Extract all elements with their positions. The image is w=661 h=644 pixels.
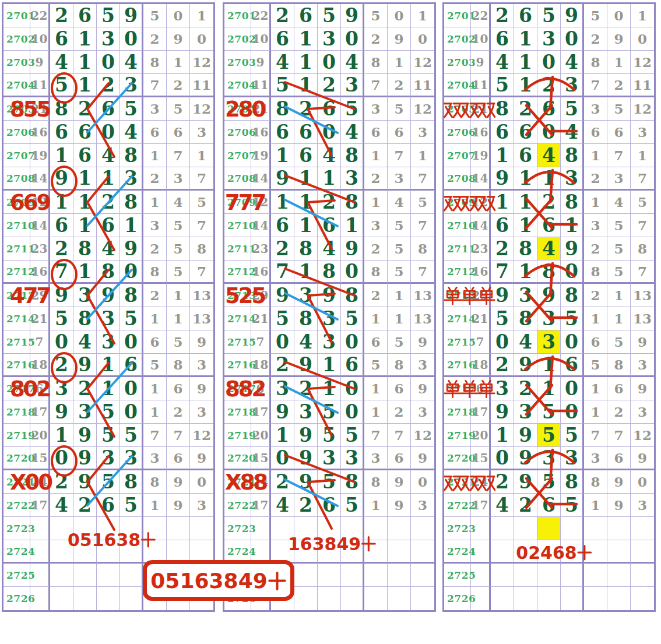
extra-cell: 3 <box>411 400 434 424</box>
extra-cell: 9 <box>167 494 190 517</box>
extra-cell: 2 <box>584 284 607 307</box>
digit-cell: 1 <box>341 214 364 237</box>
digit-cell <box>294 587 318 610</box>
digit-cell: 3 <box>294 284 318 307</box>
period-cell: 2702 <box>3 27 30 51</box>
extra-cell: 6 <box>364 121 388 144</box>
digit-cell: 9 <box>294 447 318 470</box>
extra-cell: 7 <box>631 261 654 284</box>
digit-cell: 2 <box>514 97 537 121</box>
extra-cell <box>631 587 654 610</box>
period-cell: 2703 <box>224 51 251 74</box>
row-label-middle: 882 <box>225 375 265 403</box>
period-cell: 2724 <box>444 540 471 564</box>
digit-cell: 4 <box>50 51 73 74</box>
period-cell: 2712 <box>444 261 471 284</box>
digit-cell: 1 <box>514 261 537 284</box>
digit-cell <box>514 587 537 610</box>
sum-cell: 10 <box>30 27 50 51</box>
digit-cell <box>341 587 364 610</box>
extra-cell: 6 <box>167 377 190 400</box>
text-run: 3 <box>116 530 128 550</box>
cjk-char-shuang-even <box>460 473 479 491</box>
digit-cell: 0 <box>318 51 341 74</box>
sum-cell: 14 <box>471 214 491 237</box>
extra-cell: 1 <box>364 191 388 214</box>
digit-cell: 1 <box>271 424 294 447</box>
digit-cell: 5 <box>318 470 341 494</box>
extra-cell <box>631 517 654 540</box>
digit-cell: 5 <box>341 494 364 517</box>
extra-cell: 1 <box>388 307 411 330</box>
digit-cell: 3 <box>537 307 561 330</box>
period-cell: 2710 <box>224 214 251 237</box>
digit-cell: 6 <box>294 144 318 167</box>
digit-cell: 2 <box>537 74 561 97</box>
digit-cell: 6 <box>491 27 514 51</box>
period-cell: 2723 <box>3 517 30 540</box>
digit-cell: 1 <box>97 167 120 191</box>
digit-cell: 8 <box>97 261 120 284</box>
text-run: 5 <box>165 569 180 593</box>
sum-cell <box>471 587 491 610</box>
cjk-char-dan-odd <box>477 287 495 305</box>
digit-cell: 3 <box>537 447 561 470</box>
extra-cell: 3 <box>411 121 434 144</box>
sum-cell: 7 <box>251 330 271 354</box>
extra-cell: 5 <box>167 237 190 261</box>
digit-cell: 3 <box>97 330 120 354</box>
digit-cell: 1 <box>271 191 294 214</box>
extra-cell: 2 <box>584 167 607 191</box>
digit-cell: 6 <box>537 97 561 121</box>
period-cell: 2718 <box>444 400 471 424</box>
extra-cell: 9 <box>388 470 411 494</box>
cjk-char-shuang-even <box>444 473 462 491</box>
digit-cell: 9 <box>73 470 97 494</box>
extra-cell: 5 <box>388 97 411 121</box>
period-cell: 2722 <box>3 494 30 517</box>
extra-cell: 3 <box>631 400 654 424</box>
extra-cell: 1 <box>584 191 607 214</box>
extra-cell: 2 <box>364 27 388 51</box>
digit-cell: 0 <box>561 330 584 354</box>
digit-cell <box>537 587 561 610</box>
row-label-middle: 777 <box>225 188 265 216</box>
digit-cell: 5 <box>318 4 341 27</box>
digit-cell: 3 <box>97 307 120 330</box>
extra-cell: 1 <box>584 377 607 400</box>
digit-cell: 0 <box>120 27 143 51</box>
extra-cell: 8 <box>607 354 631 377</box>
digit-cell: 9 <box>561 237 584 261</box>
digit-cell: 5 <box>537 4 561 27</box>
extra-cell: 8 <box>190 237 213 261</box>
period-cell: 2706 <box>224 121 251 144</box>
extra-cell <box>411 540 434 564</box>
digit-cell: 8 <box>318 261 341 284</box>
digit-cell: 0 <box>341 330 364 354</box>
extra-cell <box>584 517 607 540</box>
digit-cell: 1 <box>294 74 318 97</box>
digit-cell: 9 <box>318 284 341 307</box>
digit-cell: 6 <box>514 121 537 144</box>
extra-cell <box>411 587 434 610</box>
row-label-middle: 525 <box>225 281 265 309</box>
sum-cell: 17 <box>251 494 271 517</box>
extra-cell: 1 <box>143 377 167 400</box>
digit-cell: 3 <box>97 27 120 51</box>
digit-cell: 7 <box>271 261 294 284</box>
digit-cell: 4 <box>561 121 584 144</box>
digit-cell: 0 <box>50 330 73 354</box>
digit-cell: 6 <box>491 214 514 237</box>
extra-cell: 8 <box>167 354 190 377</box>
extra-cell: 8 <box>364 261 388 284</box>
extra-cell: 9 <box>388 27 411 51</box>
extra-cell: 13 <box>631 284 654 307</box>
extra-cell: 1 <box>364 144 388 167</box>
row-label-right <box>444 281 495 309</box>
extra-cell: 4 <box>607 191 631 214</box>
extra-cell: 6 <box>388 121 411 144</box>
digit-cell: 8 <box>561 284 584 307</box>
digit-cell: 9 <box>514 470 537 494</box>
digit-cell: 1 <box>73 191 97 214</box>
digit-cell: 6 <box>561 354 584 377</box>
